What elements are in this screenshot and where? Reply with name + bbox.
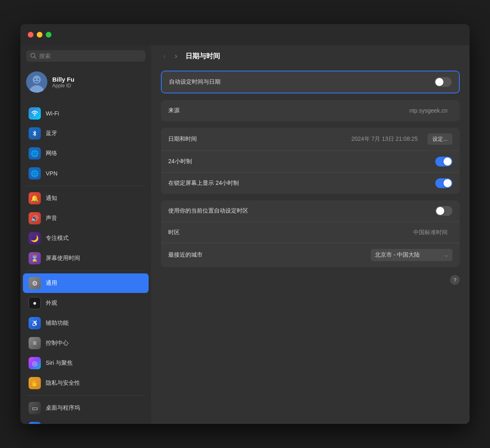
sidebar-item-label-appearance: 外观 <box>46 299 57 307</box>
settings-row-label-auto-timezone-row: 使用你的当前位置自动设定时区 <box>168 207 435 215</box>
settings-row-24h-row: 24小时制 <box>161 151 460 172</box>
chevron-down-icon: ⌄ <box>444 252 448 258</box>
settings-row-label-24h-row: 24小时制 <box>168 158 435 165</box>
titlebar <box>20 24 470 45</box>
settings-content: 自动设定时间与日期来源ntp.sysgeek.cn日期和时间2024年 7月 1… <box>151 67 470 424</box>
settings-row-auto-set: 自动设定时间与日期 <box>161 71 460 93</box>
svg-line-1 <box>35 57 36 59</box>
sidebar-item-label-siri: Siri 与聚焦 <box>46 359 73 367</box>
sidebar-item-display[interactable]: ☀显示器 <box>23 418 149 424</box>
sidebar-item-label-focus: 专注模式 <box>46 235 69 242</box>
settings-row-auto-timezone-row: 使用你的当前位置自动设定时区 <box>161 200 460 222</box>
search-icon <box>30 53 37 59</box>
sidebar-item-wifi[interactable]: Wi-Fi <box>23 104 149 123</box>
settings-row-label-lockscreen-24h-row: 在锁定屏幕上显示 24小时制 <box>168 180 435 187</box>
toggle-auto-timezone-row[interactable] <box>435 206 452 216</box>
network-icon: 🌐 <box>29 147 41 160</box>
sidebar-item-sound[interactable]: 🔊声音 <box>23 208 149 228</box>
focus-icon: 🌙 <box>29 232 41 244</box>
search-input[interactable] <box>39 53 141 59</box>
sidebar-item-label-notifications: 通知 <box>46 195 57 202</box>
sidebar-item-general[interactable]: ⚙通用 <box>23 273 149 293</box>
sidebar-item-network[interactable]: 🌐网络 <box>23 144 149 163</box>
sidebar-divider-8 <box>26 271 145 271</box>
sound-icon: 🔊 <box>29 212 41 224</box>
dropdown-nearest-city-row[interactable]: 北京市 - 中国大陆⌄ <box>371 249 452 261</box>
toggle-thumb-lockscreen-24h-row <box>443 179 452 187</box>
close-button[interactable] <box>28 32 33 38</box>
sidebar-item-label-privacy: 隐私与安全性 <box>46 379 80 387</box>
settings-row-date-time-row: 日期和时间2024年 7月 13日 21:08:25设定... <box>161 128 460 151</box>
sidebar-item-screentime[interactable]: ⌛屏幕使用时间 <box>23 248 149 268</box>
screentime-icon: ⌛ <box>29 252 41 264</box>
settings-row-source-row: 来源ntp.sysgeek.cn <box>161 100 460 121</box>
sidebar-item-control[interactable]: ≡控制中心 <box>23 333 149 353</box>
help-section: ? <box>161 273 460 286</box>
desktop-icon: ▭ <box>29 402 41 414</box>
apple-id-name: Billy Fu <box>52 76 74 83</box>
dropdown-wrapper-nearest-city-row: 北京市 - 中国大陆⌄ <box>371 249 452 261</box>
sidebar: Billy Fu Apple ID Wi-Fi蓝牙🌐网络🌐VPN🔔通知🔊声音🌙专… <box>20 45 151 424</box>
settings-groups-container: 自动设定时间与日期来源ntp.sysgeek.cn日期和时间2024年 7月 1… <box>161 71 460 267</box>
sidebar-item-label-bluetooth: 蓝牙 <box>46 130 57 137</box>
back-button[interactable]: ‹ <box>161 50 168 62</box>
sidebar-item-label-control: 控制中心 <box>46 339 69 347</box>
display-icon: ☀ <box>29 422 41 424</box>
sidebar-item-siri[interactable]: ◎Siri 与聚焦 <box>23 353 149 373</box>
content-area: ‹ › 日期与时间 自动设定时间与日期来源ntp.sysgeek.cn日期和时间… <box>151 45 470 424</box>
notifications-icon: 🔔 <box>29 192 41 204</box>
sidebar-item-privacy[interactable]: ✋隐私与安全性 <box>23 373 149 393</box>
avatar <box>26 71 47 93</box>
settings-row-timezone-row: 时区中国标准时间 <box>161 222 460 243</box>
toggle-thumb-auto-timezone-row <box>436 207 444 215</box>
help-button[interactable]: ? <box>450 275 460 285</box>
settings-row-nearest-city-row: 最接近的城市北京市 - 中国大陆⌄ <box>161 243 460 267</box>
control-icon: ≡ <box>29 337 41 349</box>
sidebar-item-label-desktop: 桌面与程序坞 <box>46 404 80 412</box>
svg-point-5 <box>35 79 36 80</box>
apple-id-section[interactable]: Billy Fu Apple ID <box>20 67 151 98</box>
sidebar-item-vpn[interactable]: 🌐VPN <box>23 164 149 183</box>
general-icon: ⚙ <box>29 277 41 289</box>
settings-row-value-source-row: ntp.sysgeek.cn <box>410 107 448 114</box>
settings-row-lockscreen-24h-row: 在锁定屏幕上显示 24小时制 <box>161 172 460 194</box>
forward-button[interactable]: › <box>172 50 180 62</box>
sidebar-item-accessibility[interactable]: ♿辅助功能 <box>23 313 149 333</box>
settings-group-timezone: 使用你的当前位置自动设定时区时区中国标准时间最接近的城市北京市 - 中国大陆⌄ <box>161 200 460 267</box>
svg-point-3 <box>33 75 41 84</box>
settings-row-label-nearest-city-row: 最接近的城市 <box>168 251 371 259</box>
sidebar-item-label-general: 通用 <box>46 279 57 287</box>
apple-id-info: Billy Fu Apple ID <box>52 76 74 89</box>
page-title: 日期与时间 <box>185 51 220 61</box>
minimize-button[interactable] <box>37 32 42 38</box>
sidebar-divider-4 <box>26 186 145 186</box>
sidebar-item-focus[interactable]: 🌙专注模式 <box>23 228 149 248</box>
dropdown-value-nearest-city-row: 北京市 - 中国大陆 <box>375 251 420 259</box>
main-window: Billy Fu Apple ID Wi-Fi蓝牙🌐网络🌐VPN🔔通知🔊声音🌙专… <box>20 24 470 424</box>
set-datetime-button[interactable]: 设定... <box>428 133 452 145</box>
toggle-24h-row[interactable] <box>435 157 452 166</box>
sidebar-divider-14 <box>26 395 145 396</box>
accessibility-icon: ♿ <box>29 317 41 329</box>
sidebar-item-label-accessibility: 辅助功能 <box>46 319 69 327</box>
search-bar[interactable] <box>26 50 145 62</box>
sidebar-item-appearance[interactable]: ●外观 <box>23 293 149 313</box>
toggle-lockscreen-24h-row[interactable] <box>435 178 452 188</box>
datetime-value-date-time-row: 2024年 7月 13日 21:08:25 <box>351 135 418 143</box>
settings-group-auto-time: 自动设定时间与日期 <box>161 71 460 93</box>
apple-id-subtitle: Apple ID <box>52 83 74 89</box>
sidebar-item-desktop[interactable]: ▭桌面与程序坞 <box>23 398 149 418</box>
settings-row-value-timezone-row: 中国标准时间 <box>413 229 448 236</box>
toggle-auto-set[interactable] <box>434 77 452 87</box>
siri-icon: ◎ <box>29 357 41 369</box>
toggle-thumb-auto-set <box>435 78 443 86</box>
sidebar-item-bluetooth[interactable]: 蓝牙 <box>23 124 149 143</box>
sidebar-item-notifications[interactable]: 🔔通知 <box>23 189 149 208</box>
settings-group-source: 来源ntp.sysgeek.cn <box>161 100 460 121</box>
privacy-icon: ✋ <box>29 377 41 389</box>
sidebar-item-label-sound: 声音 <box>46 215 57 222</box>
settings-row-label-source-row: 来源 <box>168 107 410 114</box>
sidebar-item-label-wifi: Wi-Fi <box>46 110 59 117</box>
maximize-button[interactable] <box>46 32 51 38</box>
content-header: ‹ › 日期与时间 <box>151 45 470 67</box>
